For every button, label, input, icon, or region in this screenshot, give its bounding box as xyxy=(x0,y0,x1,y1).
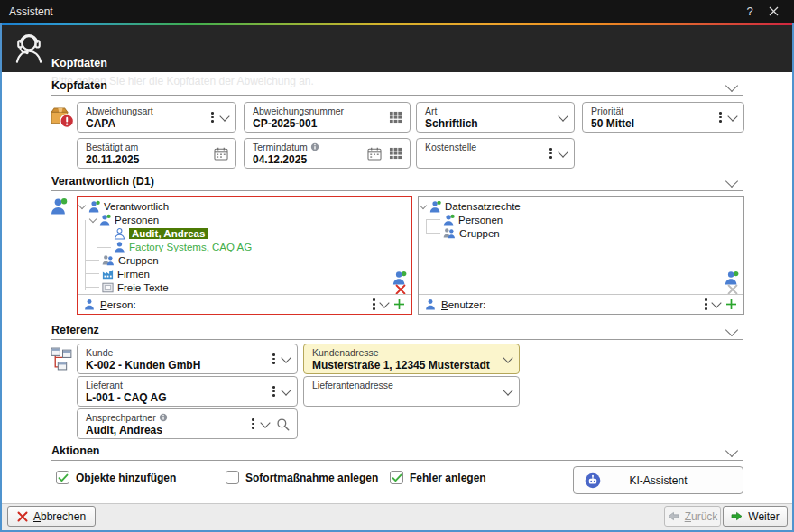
field-value: CAPA xyxy=(86,117,115,130)
chevron-down-icon[interactable] xyxy=(727,111,737,121)
field-label: Termindatum xyxy=(253,142,308,152)
kostenstelle-field[interactable]: Kostenstelle xyxy=(416,138,575,169)
factory-icon xyxy=(102,269,114,280)
chevron-down-icon[interactable] xyxy=(281,353,291,362)
section-divider xyxy=(51,95,743,96)
abweichungsart-field[interactable]: Abweichungsart CAPA xyxy=(77,102,236,133)
tree-node-gruppen[interactable]: Gruppen xyxy=(443,226,500,240)
group-icon xyxy=(102,254,115,266)
collapse-referenz-button[interactable] xyxy=(727,328,736,335)
prioritaet-field[interactable]: Priorität 50 Mittel xyxy=(582,102,744,133)
user-quick-add-row[interactable]: Benutzer: xyxy=(419,294,743,314)
section-divider xyxy=(51,339,743,340)
fehler-anlegen-checkbox[interactable] xyxy=(390,471,403,484)
info-icon xyxy=(159,413,168,422)
field-label: Ansprechpartner xyxy=(86,412,156,423)
tree-node-label: Gruppen xyxy=(118,255,159,266)
person-quick-add-row[interactable]: Person: xyxy=(78,294,411,314)
chevron-down-icon xyxy=(725,445,738,457)
art-field[interactable]: Art Schriftlich xyxy=(416,102,575,133)
kunde-field[interactable]: Kunde K-002 - Kunden GmbH xyxy=(77,344,298,374)
termindatum-field[interactable]: Termindatum 04.12.2025 xyxy=(244,138,411,169)
tree-node-selected-person[interactable]: Audit, Andreas xyxy=(114,226,208,240)
chevron-down-icon[interactable] xyxy=(711,298,721,307)
tree-node-personen[interactable]: Personen xyxy=(90,213,159,226)
person-add-icon xyxy=(392,271,407,285)
chevron-down-icon[interactable] xyxy=(503,385,512,395)
menu-dots-icon[interactable] xyxy=(211,112,214,123)
tree-node-freie-texte[interactable]: Freie Texte xyxy=(102,280,169,294)
datensatzrechte-tree-panel[interactable]: Datensatzrechte Personen Gruppen Benutze… xyxy=(418,196,744,315)
add-person-button[interactable] xyxy=(392,271,407,285)
chevron-down-icon[interactable] xyxy=(281,385,291,395)
expand-chevron-icon[interactable] xyxy=(78,201,86,208)
wizard-header: Kopfdaten Bitte geben Sie hier die Kopfd… xyxy=(0,25,794,72)
lieferantenadresse-field[interactable]: Lieferantenadresse xyxy=(303,376,520,407)
tree-node-verantwortlich[interactable]: Verantwortlich xyxy=(79,199,169,213)
menu-dots-icon[interactable] xyxy=(373,298,375,309)
cancel-button[interactable]: Abbrechen xyxy=(7,506,96,527)
section-title-kopfdaten: Kopfdaten xyxy=(51,79,107,92)
kundenadresse-field[interactable]: Kundenadresse Musterstraße 1, 12345 Must… xyxy=(303,344,520,374)
menu-dots-icon[interactable] xyxy=(272,353,275,364)
chevron-down-icon[interactable] xyxy=(558,147,568,157)
sofortmassnahme-anlegen-checkbox[interactable] xyxy=(226,471,239,484)
verantwortlich-tree-panel[interactable]: Verantwortlich Personen Audit, Andreas F… xyxy=(77,196,412,315)
next-button[interactable]: Weiter xyxy=(723,506,788,527)
chevron-down-icon[interactable] xyxy=(503,353,512,362)
collapse-verantwortlich-button[interactable] xyxy=(727,179,736,186)
lieferant-field[interactable]: Lieferant L-001 - CAQ AG xyxy=(77,376,298,407)
tree-node-firmen[interactable]: Firmen xyxy=(102,267,150,280)
back-button[interactable]: Zurück xyxy=(664,506,721,527)
ansprechpartner-field[interactable]: Ansprechpartner Audit, Andreas xyxy=(77,408,298,439)
expand-chevron-icon[interactable] xyxy=(89,215,97,222)
tree-node-gruppen[interactable]: Gruppen xyxy=(102,253,159,267)
section-divider xyxy=(51,460,743,461)
tree-node-datensatzrechte[interactable]: Datensatzrechte xyxy=(420,199,521,213)
plus-icon[interactable] xyxy=(725,298,737,310)
back-label: Zurück xyxy=(685,510,718,523)
calendar-icon[interactable] xyxy=(214,147,228,161)
objekte-hinzufuegen-checkbox[interactable] xyxy=(56,471,69,484)
field-label: Priorität xyxy=(591,105,623,116)
calendar-icon[interactable] xyxy=(367,147,382,161)
chevron-down-icon[interactable] xyxy=(379,298,389,307)
menu-dots-icon[interactable] xyxy=(252,418,254,429)
field-label: Kunde xyxy=(86,347,113,358)
close-icon xyxy=(769,6,779,16)
help-button[interactable]: ? xyxy=(738,3,762,21)
chevron-down-icon xyxy=(725,324,738,336)
tree-node-linked-person[interactable]: Factory Systems, CAQ AG xyxy=(114,240,252,253)
cancel-x-icon xyxy=(17,511,28,522)
menu-dots-icon[interactable] xyxy=(549,148,552,159)
chevron-down-icon[interactable] xyxy=(260,417,270,427)
menu-dots-icon[interactable] xyxy=(719,112,722,123)
close-button[interactable] xyxy=(762,3,785,21)
menu-dots-icon[interactable] xyxy=(705,298,707,309)
collapse-aktionen-button[interactable] xyxy=(727,449,736,455)
tree-node-label: Freie Texte xyxy=(117,282,169,293)
tree-node-personen[interactable]: Personen xyxy=(443,213,503,226)
arrow-right-icon xyxy=(731,511,743,521)
free-text-icon xyxy=(102,282,114,293)
field-label: Lieferant xyxy=(86,380,123,390)
field-value: 04.12.2025 xyxy=(253,153,307,166)
tree-node-label: Verantwortlich xyxy=(104,201,169,212)
bestaetigt-am-field[interactable]: Bestätigt am 20.11.2025 xyxy=(77,138,236,169)
arrow-left-icon xyxy=(668,511,679,521)
plus-icon[interactable] xyxy=(393,298,405,310)
section-title-aktionen: Aktionen xyxy=(51,445,99,457)
add-user-button[interactable] xyxy=(725,271,739,285)
number-grid-icon[interactable] xyxy=(389,111,402,124)
search-icon[interactable] xyxy=(276,417,290,431)
chevron-down-icon[interactable] xyxy=(219,111,229,121)
field-label: Bestätigt am xyxy=(86,142,138,152)
ki-assistent-button[interactable]: KI-Assistent xyxy=(573,466,743,494)
chevron-down-icon[interactable] xyxy=(558,111,568,121)
menu-dots-icon[interactable] xyxy=(272,386,275,397)
abweichungsnummer-field[interactable]: Abweichungsnummer CP-2025-001 xyxy=(244,102,411,133)
window-border-left xyxy=(0,23,2,532)
collapse-kopfdaten-button[interactable] xyxy=(727,84,736,90)
expand-chevron-icon[interactable] xyxy=(420,201,427,208)
number-grid-icon[interactable] xyxy=(389,147,402,160)
